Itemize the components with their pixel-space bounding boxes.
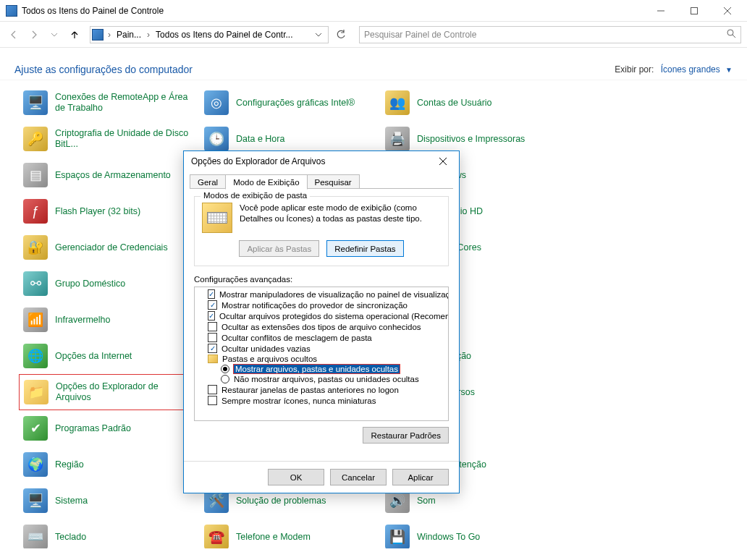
cp-item-intel-graphics[interactable]: ◎ Configurações gráficas Intel® xyxy=(200,85,381,121)
cp-item-label: Região xyxy=(55,459,84,470)
nav-forward-button[interactable] xyxy=(26,27,42,43)
adv-option-label: Ocultar as extensões dos tipos de arquiv… xyxy=(221,323,421,331)
cp-item-flash-player[interactable]: ƒ Flash Player (32 bits) xyxy=(19,193,200,229)
usb-icon: 💾 xyxy=(385,525,410,548)
reset-folders-button[interactable]: Redefinir Pastas xyxy=(326,240,403,257)
adv-option-always-show-icons[interactable]: Sempre mostrar ícones, nunca miniaturas xyxy=(195,395,448,406)
apply-button[interactable]: Aplicar xyxy=(392,469,449,485)
cp-item-label: Criptografia de Unidade de Disco BitL... xyxy=(55,128,195,150)
search-input[interactable]: Pesquisar Painel de Controle xyxy=(359,26,741,43)
cp-item-bitlocker[interactable]: 🔑 Criptografia de Unidade de Disco BitL.… xyxy=(19,121,200,157)
view-by-label: Exibir por: xyxy=(615,64,654,75)
cp-item-credential-manager[interactable]: 🔐 Gerenciador de Credenciais xyxy=(19,229,200,266)
svg-point-4 xyxy=(727,30,733,35)
cp-item-homegroup[interactable]: ⚯ Grupo Doméstico xyxy=(19,266,200,302)
cp-item-label: Telefone e Modem xyxy=(236,532,311,543)
adv-option-label: Sempre mostrar ícones, nunca miniaturas xyxy=(221,396,376,405)
clock-icon: 🕒 xyxy=(204,127,229,151)
cp-item-default-programs[interactable]: ✔ Programas Padrão xyxy=(19,410,200,446)
adv-radio-show-hidden[interactable]: Mostrar arquivos, pastas e unidades ocul… xyxy=(195,364,448,374)
adv-radio-dont-show-hidden[interactable]: Não mostrar arquivos, pastas ou unidades… xyxy=(195,374,448,384)
apply-to-folders-button[interactable]: Aplicar às Pastas xyxy=(239,240,319,257)
adv-option-hide-empty-drives[interactable]: ✓ Ocultar unidades vazias xyxy=(195,343,448,354)
cp-item-storage-spaces[interactable]: ▤ Espaços de Armazenamento xyxy=(19,157,200,193)
cancel-button[interactable]: Cancelar xyxy=(330,469,387,485)
phone-icon: ☎️ xyxy=(204,525,229,548)
cp-item-windows-to-go[interactable]: 💾 Windows To Go xyxy=(381,519,562,548)
tab-search[interactable]: Pesquisar xyxy=(307,174,360,189)
adv-option-label: Mostrar arquivos, pastas e unidades ocul… xyxy=(234,365,400,373)
adv-option-hide-merge-conflicts[interactable]: Ocultar conflitos de mesclagem de pasta xyxy=(195,332,448,343)
window-maximize-button[interactable] xyxy=(678,0,711,22)
homegroup-icon: ⚯ xyxy=(23,271,48,296)
dialog-close-button[interactable] xyxy=(429,152,457,171)
refresh-button[interactable] xyxy=(333,27,349,43)
cp-item-label: Infravermelho xyxy=(55,315,110,326)
cp-item-region[interactable]: 🌍 Região xyxy=(19,446,200,483)
restore-defaults-button[interactable]: Restaurar Padrões xyxy=(363,427,449,444)
content-header: Ajuste as configurações do computador Ex… xyxy=(0,48,747,80)
breadcrumb-segment[interactable]: Pain... xyxy=(115,30,143,40)
tab-general[interactable]: Geral xyxy=(190,174,226,189)
address-history-dropdown[interactable] xyxy=(311,27,326,43)
adv-option-label: Ocultar conflitos de mesclagem de pasta xyxy=(221,334,372,342)
control-panel-icon xyxy=(92,29,104,41)
breadcrumb-segment[interactable]: Todos os Itens do Painel de Contr... xyxy=(154,30,308,40)
cp-item-label: Conexões de RemoteApp e Área de Trabalho xyxy=(55,92,195,114)
window-minimize-button[interactable] xyxy=(644,0,678,22)
search-placeholder: Pesquisar Painel de Controle xyxy=(364,30,476,40)
cp-item-file-explorer-options[interactable]: 📁 Opções do Explorador de Arquivos xyxy=(19,374,200,410)
adv-option-label: Não mostrar arquivos, pastas ou unidades… xyxy=(234,375,419,383)
folder-views-description: Você pode aplicar este modo de exibição … xyxy=(240,203,441,233)
dialog-titlebar[interactable]: Opções do Explorador de Arquivos xyxy=(184,151,459,171)
cp-item-label: Configurações gráficas Intel® xyxy=(236,98,355,109)
address-bar[interactable]: › Pain... › Todos os Itens do Painel de … xyxy=(90,26,329,43)
checkbox-checked-icon: ✓ xyxy=(208,311,215,321)
window-close-button[interactable] xyxy=(711,0,744,22)
chevron-right-icon[interactable]: › xyxy=(145,30,151,40)
folder-views-group: Modos de exibição de pasta Você pode apl… xyxy=(194,196,449,266)
globe-clock-icon: 🌍 xyxy=(23,452,48,477)
adv-option-label: Mostrar notificações do provedor de sinc… xyxy=(221,301,408,310)
cp-item-keyboard[interactable]: ⌨️ Teclado xyxy=(19,519,200,548)
cp-item-label: Sistema xyxy=(55,496,88,506)
globe-icon: 🌐 xyxy=(23,344,48,368)
cp-item-remoteapp[interactable]: 🖥️ Conexões de RemoteApp e Área de Traba… xyxy=(19,85,200,121)
checkbox-unchecked-icon xyxy=(208,333,217,342)
advanced-settings-label: Configurações avançadas: xyxy=(194,275,449,284)
dialog-title: Opções do Explorador de Arquivos xyxy=(191,156,325,166)
chevron-right-icon[interactable]: › xyxy=(106,30,112,40)
checkbox-checked-icon: ✓ xyxy=(208,289,215,299)
dialog-button-row: OK Cancelar Aplicar xyxy=(184,461,459,493)
cp-item-label: Grupo Doméstico xyxy=(55,279,125,289)
tab-view[interactable]: Modo de Exibição xyxy=(225,174,307,190)
cp-item-phone-modem[interactable]: ☎️ Telefone e Modem xyxy=(200,519,381,548)
users-icon: 👥 xyxy=(385,90,410,115)
svg-rect-1 xyxy=(691,7,698,14)
adv-group-hidden-files[interactable]: Pastas e arquivos ocultos xyxy=(195,354,448,364)
view-by-selector[interactable]: Exibir por: Ícones grandes ▼ xyxy=(615,64,733,75)
cp-item-label: Contas de Usuário xyxy=(417,98,492,109)
checkbox-unchecked-icon xyxy=(208,322,217,331)
cp-item-system[interactable]: 🖥️ Sistema xyxy=(19,483,200,519)
nav-back-button[interactable] xyxy=(6,27,22,43)
cp-item-internet-options[interactable]: 🌐 Opções da Internet xyxy=(19,338,200,374)
nav-up-button[interactable] xyxy=(67,27,83,43)
nav-recent-dropdown[interactable] xyxy=(46,27,62,43)
lock-icon: 🔑 xyxy=(23,127,48,151)
adv-option-hide-protected-os-files[interactable]: ✓ Ocultar arquivos protegidos do sistema… xyxy=(195,310,448,321)
cp-item-infrared[interactable]: 📶 Infravermelho xyxy=(19,302,200,338)
adv-option-restore-previous-windows[interactable]: Restaurar janelas de pastas anteriores n… xyxy=(195,384,448,395)
flash-icon: ƒ xyxy=(23,199,48,224)
adv-option-preview-handlers[interactable]: ✓ Mostrar manipuladores de visualização … xyxy=(195,289,448,300)
adv-option-hide-extensions[interactable]: Ocultar as extensões dos tipos de arquiv… xyxy=(195,321,448,332)
cp-item-label: Solução de problemas xyxy=(236,496,326,506)
ok-button[interactable]: OK xyxy=(268,469,324,485)
adv-option-label: Ocultar arquivos protegidos do sistema o… xyxy=(219,312,449,321)
search-icon xyxy=(726,28,736,41)
cp-item-label: Opções da Internet xyxy=(55,351,132,362)
adv-option-sync-notifications[interactable]: ✓ Mostrar notificações do provedor de si… xyxy=(195,300,448,310)
advanced-settings-list[interactable]: ✓ Mostrar manipuladores de visualização … xyxy=(194,287,449,421)
cp-item-user-accounts[interactable]: 👥 Contas de Usuário xyxy=(381,85,562,121)
chevron-down-icon: ▼ xyxy=(725,66,733,74)
